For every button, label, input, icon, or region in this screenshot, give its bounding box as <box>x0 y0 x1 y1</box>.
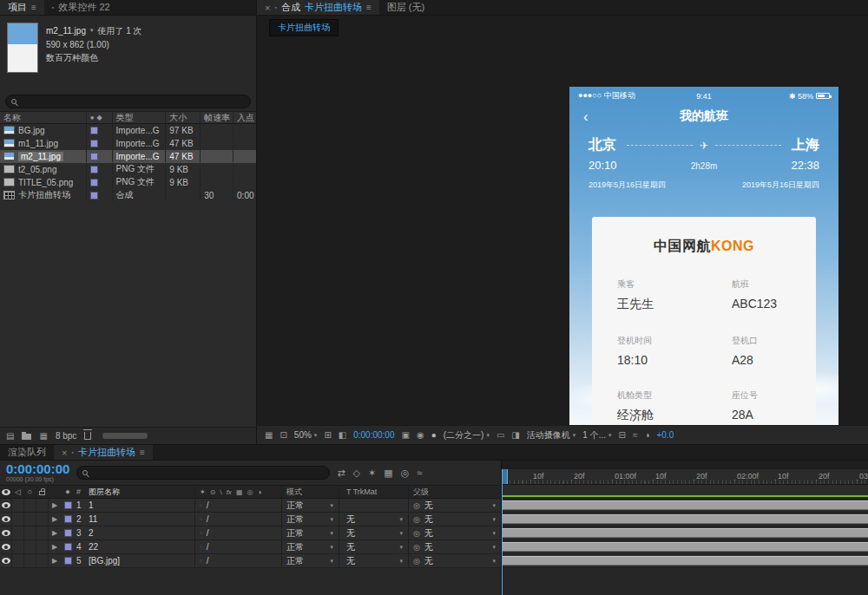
label-column-icon[interactable]: ● <box>61 487 75 496</box>
label-color-swatch[interactable] <box>90 140 98 147</box>
twirl-icon[interactable]: ▶ <box>49 543 61 551</box>
tab-composition[interactable]: × ▪ 合成 卡片扭曲转场 ≡ <box>257 0 379 15</box>
frame-blend-icon[interactable]: ▦ <box>384 468 392 479</box>
close-icon[interactable]: × <box>62 448 67 458</box>
lock-toggle[interactable] <box>36 540 49 553</box>
blend-mode-select[interactable]: 正常▾ <box>281 554 339 567</box>
snapshot-icon[interactable]: ▣ <box>401 430 409 440</box>
layer-track[interactable] <box>502 526 868 540</box>
audio-toggle[interactable] <box>12 554 24 567</box>
file-row[interactable]: 卡片扭曲转场 合成 30 0:00 <box>0 189 256 202</box>
new-composition-icon[interactable]: ▦ <box>39 431 47 441</box>
solo-column-icon[interactable]: ○ <box>24 486 36 498</box>
resolution-select[interactable]: (二分之一)▾ <box>444 429 490 441</box>
eye-toggle[interactable] <box>0 513 12 526</box>
comp-flowchart-button[interactable]: 卡片扭曲转场 <box>269 19 339 36</box>
tab-effect-controls[interactable]: ▪ 效果控件 22 <box>44 0 118 15</box>
twirl-icon[interactable]: ▶ <box>49 515 61 523</box>
layer-track[interactable] <box>502 540 868 554</box>
solo-toggle[interactable] <box>24 526 36 539</box>
layer-color-swatch[interactable] <box>64 501 72 509</box>
comp-canvas[interactable]: ●●●○○ 中国移动 9:41 ✱ 58% ‹ 我的航班 北京 ✈ 上海 20:… <box>569 87 838 425</box>
tab-project[interactable]: 项目 ≡ <box>0 0 44 15</box>
video-column-icon[interactable] <box>0 486 12 498</box>
file-row[interactable]: TITLE_05.png PNG 文件 9 KB <box>0 176 256 189</box>
lock-toggle[interactable] <box>36 554 49 567</box>
quality-switch[interactable]: / <box>207 514 209 524</box>
layer-switches[interactable]: ▫/ <box>194 499 281 512</box>
file-row[interactable]: m2_11.jpg Importe...G 47 KB <box>0 150 256 163</box>
interpret-footage-icon[interactable]: ▤ <box>6 431 14 441</box>
layer-duration-bar[interactable] <box>502 514 868 524</box>
project-bit-depth[interactable]: 8 bpc <box>56 431 76 441</box>
quality-switch[interactable]: / <box>207 500 209 510</box>
layer-duration-bar[interactable] <box>502 528 868 538</box>
col-type[interactable]: 类型 <box>113 112 167 123</box>
twirl-icon[interactable]: ▶ <box>49 557 61 565</box>
blend-mode-select[interactable]: 正常▾ <box>281 540 339 553</box>
pickwhip-icon[interactable]: ◎ <box>413 529 420 538</box>
col-size[interactable]: 大小 <box>166 112 201 123</box>
current-time-indicator[interactable] <box>502 469 503 595</box>
eye-toggle[interactable] <box>0 499 12 512</box>
label-color-swatch[interactable] <box>90 179 98 186</box>
solo-toggle[interactable] <box>24 554 36 567</box>
trkmat-select[interactable]: 无▾ <box>346 555 403 567</box>
lock-column-icon[interactable] <box>36 486 49 498</box>
tab-layer[interactable]: 图层 (无) <box>379 0 432 15</box>
eye-toggle[interactable] <box>0 540 12 553</box>
layer-row[interactable]: ▶ 2 11 ▫/ 正常▾ 无▾ ◎ 无▾ <box>0 513 501 526</box>
hide-shy-icon[interactable]: ✶ <box>368 468 376 479</box>
quality-switch[interactable]: / <box>207 528 209 538</box>
parent-select[interactable]: 无▾ <box>424 555 496 567</box>
show-snapshot-icon[interactable]: ◉ <box>417 430 424 440</box>
timeline-search-input[interactable] <box>92 468 324 478</box>
twirl-icon[interactable]: ▶ <box>49 529 61 537</box>
pickwhip-icon[interactable]: ◎ <box>413 543 420 552</box>
layer-color-swatch[interactable] <box>64 557 72 565</box>
layer-duration-bar[interactable] <box>502 542 868 552</box>
quality-switch[interactable]: / <box>207 542 209 552</box>
timeline-track-area[interactable]: 10f20f01:00f10f20f02:00f10f20f03:0 <box>502 461 868 595</box>
parent-select[interactable]: 无▾ <box>424 500 496 512</box>
solo-toggle[interactable] <box>24 513 36 526</box>
col-switches[interactable]: ✶ ⊙ \ fx ▦ ◎ ◑ <box>194 486 281 498</box>
layer-duration-bar[interactable] <box>502 500 868 510</box>
label-color-swatch[interactable] <box>90 153 98 160</box>
twirl-icon[interactable]: ▶ <box>49 501 61 509</box>
panel-menu-icon[interactable]: ≡ <box>366 3 372 12</box>
layer-track[interactable] <box>502 554 868 568</box>
time-ruler[interactable]: 10f20f01:00f10f20f02:00f10f20f03:0 <box>502 469 868 485</box>
file-row[interactable]: BG.jpg Importe...G 97 KB <box>0 124 256 137</box>
trkmat-select[interactable]: 无▾ <box>346 541 403 553</box>
exposure-icon[interactable]: ◑ <box>644 430 649 440</box>
mask-visibility-icon[interactable]: ◧ <box>339 430 346 440</box>
layer-color-swatch[interactable] <box>64 529 72 537</box>
col-trkmat[interactable]: T TrkMat <box>339 486 408 498</box>
layer-switches[interactable]: ▫/ <box>194 513 281 526</box>
panel-menu-icon[interactable]: ≡ <box>31 3 36 12</box>
preview-monitor-icon[interactable]: ⊡ <box>279 430 286 440</box>
layer-color-swatch[interactable] <box>64 543 72 551</box>
pickwhip-icon[interactable]: ◎ <box>413 515 420 524</box>
layer-row[interactable]: ▶ 3 2 ▫/ 正常▾ 无▾ ◎ 无▾ <box>0 526 501 540</box>
motion-blur-icon[interactable]: ◎ <box>401 468 410 479</box>
lock-toggle[interactable] <box>36 499 49 512</box>
close-icon[interactable]: × <box>265 3 270 13</box>
draft-3d-icon[interactable]: ◇ <box>353 468 360 479</box>
tab-timeline-comp[interactable]: × ▪ 卡片扭曲转场 ≡ <box>54 445 153 460</box>
project-search-input[interactable] <box>21 97 245 107</box>
col-inpoint[interactable]: 入点 <box>233 112 256 123</box>
col-parent[interactable]: 父级 <box>408 486 501 498</box>
blend-mode-select[interactable]: 正常▾ <box>281 499 339 512</box>
channels-icon[interactable]: ● <box>431 430 437 440</box>
panel-menu-icon[interactable]: ≡ <box>140 448 145 457</box>
trkmat-select[interactable]: 无▾ <box>346 513 403 526</box>
audio-toggle[interactable] <box>12 540 24 553</box>
solo-toggle[interactable] <box>24 540 36 553</box>
grid-guides-icon[interactable]: ⊞ <box>324 430 331 440</box>
audio-toggle[interactable] <box>12 499 24 512</box>
composition-viewer[interactable]: 卡片扭曲转场 ●●●○○ 中国移动 9:41 ✱ 58% ‹ 我的航班 北京 ✈… <box>257 16 868 425</box>
file-row[interactable]: m1_11.jpg Importe...G 47 KB <box>0 137 256 150</box>
layer-row[interactable]: ▶ 1 1 ▫/ 正常▾ ▾ ◎ 无▾ <box>0 499 501 513</box>
